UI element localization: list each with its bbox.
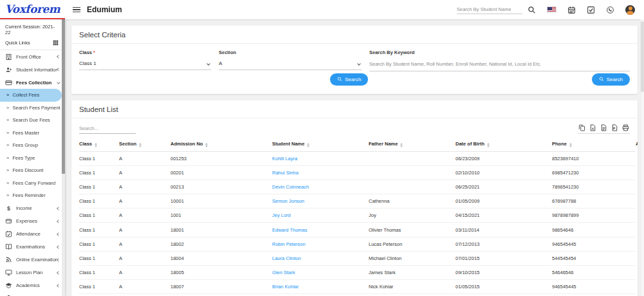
cell-date-of-birth: 06/23/2009 (455, 151, 552, 165)
sidebar-scrollbar[interactable] (62, 19, 65, 296)
sidebar-item-human-resource[interactable]: Human Resource (0, 292, 65, 296)
search-icon (599, 77, 604, 82)
sidebar-item-expenses[interactable]: Expenses (0, 215, 65, 228)
sidebar-item-income[interactable]: $ Income (0, 202, 65, 215)
search-button[interactable]: Search (330, 73, 368, 86)
whatsapp-icon[interactable] (606, 6, 614, 14)
col-header-section[interactable]: Section (119, 136, 170, 152)
chevron-left-icon (57, 284, 60, 288)
fees-collection-submenu: » Collect Fees (0, 89, 65, 102)
search-icon (337, 77, 342, 82)
student-name-link[interactable]: Edward Thomas (272, 227, 307, 233)
sidebar-item-fees-collection[interactable]: Fees Collection (0, 76, 65, 89)
sort-icon (307, 143, 309, 147)
student-name-link[interactable]: Devin Coinneach (272, 184, 309, 190)
tasks-icon[interactable] (587, 6, 595, 14)
sidebar-subitem[interactable]: » Fees Carry Forward (0, 177, 65, 190)
col-header-class[interactable]: Class (79, 136, 119, 152)
col-header-father-name[interactable]: Father Name (369, 136, 455, 152)
student-name-link[interactable]: Jey Lord (272, 212, 291, 218)
chevron-down-icon (357, 62, 361, 66)
sort-icon (487, 143, 490, 147)
sidebar-item-label: Online Examinations (16, 257, 57, 263)
book-icon (5, 243, 12, 250)
cell-father-name (369, 151, 455, 165)
student-name-link[interactable]: Laura Clinton (272, 255, 301, 261)
quick-links[interactable]: Quick Links (0, 38, 65, 50)
student-list-title: Student List (71, 100, 638, 118)
sidebar-item-academics[interactable]: Academics (0, 279, 65, 292)
pdf-file-icon[interactable] (611, 124, 618, 131)
sidebar-subitem[interactable]: » Fees Discount (0, 164, 65, 177)
cell-father-name (369, 165, 455, 180)
sidebar-item-lesson-plan[interactable]: Lesson Plan (0, 266, 65, 279)
cell-admission-no: 10001 (170, 194, 272, 208)
sidebar-item-student-information[interactable]: Student Information (0, 63, 65, 76)
col-header-date-of-birth[interactable]: Date of Birth (455, 136, 552, 152)
sidebar-item-examinations[interactable]: Examinations (0, 241, 65, 254)
search-button-right[interactable]: Search (592, 73, 630, 86)
sidebar-subitem[interactable]: » Fees Group (0, 139, 65, 152)
sidebar-subitem[interactable]: » Fees Reminder (0, 189, 65, 202)
col-header-admission-no[interactable]: Admission No (170, 136, 272, 152)
us-flag-icon[interactable] (547, 6, 557, 13)
fees-collection-icon (5, 79, 12, 86)
chevron-down-icon (207, 62, 210, 66)
sidebar-subitem[interactable]: » Fees Type (0, 152, 65, 165)
sidebar-subitem[interactable]: » Search Due Fees (0, 114, 65, 127)
table-row: Class 1 A 10001 Semon Jonson Cathenna 01… (79, 194, 636, 208)
cell-father-name: James Stark (369, 266, 455, 280)
sidebar-item-front-office[interactable]: Front Office (0, 50, 65, 63)
sidebar-item-online-examinations[interactable]: Online Examinations (0, 254, 65, 266)
sidebar-subitem-collect-fees[interactable]: » Collect Fees (0, 89, 62, 102)
menu-toggle-icon[interactable] (73, 6, 80, 14)
sidebar-subitem-label: Collect Fees (12, 92, 39, 98)
class-select-value: Class 1 (79, 60, 97, 66)
cell-class: Class 1 (79, 280, 119, 294)
student-name-link[interactable]: Glen Stark (272, 270, 295, 275)
chevron-left-icon (57, 258, 60, 262)
student-name-link[interactable]: Semon Jonson (272, 198, 304, 204)
excel-file-icon[interactable] (589, 124, 596, 131)
student-name-link[interactable]: Robin Peterson (272, 241, 306, 247)
cell-date-of-birth: 01/05/2015 (455, 280, 552, 294)
chevron-left-icon (57, 55, 60, 59)
col-header-student-name[interactable]: Student Name (272, 136, 369, 152)
search-icon[interactable] (528, 6, 536, 14)
sidebar-item-attendance[interactable]: Attendance (0, 228, 65, 241)
chevron-left-icon (57, 232, 60, 236)
chevron-left-icon (57, 219, 60, 223)
table-row: Class 1 A 18004 Laura Clinton Michael Cl… (79, 251, 636, 265)
col-header-phone[interactable]: Phone (552, 136, 636, 152)
cell-date-of-birth: 07/12/2013 (455, 237, 552, 251)
cell-admission-no: 00201 (170, 165, 272, 180)
student-name-link[interactable]: Kohili Layra (272, 156, 297, 162)
main-content: Select Criteria Class * Class 1 Section … (65, 19, 644, 296)
table-search-input[interactable] (79, 124, 136, 134)
page-scrollbar[interactable] (640, 19, 644, 296)
table-row: Class 1 A 1001 Jey Lord Joy 04/15/2021 9… (79, 208, 636, 223)
copy-icon[interactable] (578, 124, 585, 131)
submenu-bullet-icon: » (6, 92, 9, 98)
keyword-input[interactable] (369, 55, 630, 71)
student-list-card: Student List Class Section Admission No … (71, 100, 638, 296)
submenu-bullet-icon: » (6, 130, 9, 136)
section-select[interactable]: A (219, 55, 362, 70)
list-controls (71, 118, 638, 134)
cell-section: A (119, 151, 170, 165)
brand-logo[interactable]: Voxforem (0, 0, 65, 19)
header-search-input[interactable] (457, 5, 522, 14)
calendar-icon[interactable] (567, 6, 576, 14)
print-icon[interactable] (622, 124, 629, 131)
sidebar-subitem[interactable]: » Fees Master (0, 127, 65, 140)
student-name-link[interactable]: Rahul Sinha (272, 170, 299, 176)
grid-icon[interactable] (53, 40, 59, 46)
sort-icon (139, 143, 142, 147)
class-select[interactable]: Class 1 (79, 55, 211, 70)
chevron-left-icon (57, 271, 60, 275)
student-name-link[interactable]: Brian Kohlar (272, 284, 299, 290)
csv-file-icon[interactable] (600, 124, 607, 131)
sidebar-subitem[interactable]: » Search Fees Payment (0, 102, 65, 115)
user-avatar-icon[interactable] (625, 5, 635, 15)
chevron-left-icon (57, 245, 60, 249)
